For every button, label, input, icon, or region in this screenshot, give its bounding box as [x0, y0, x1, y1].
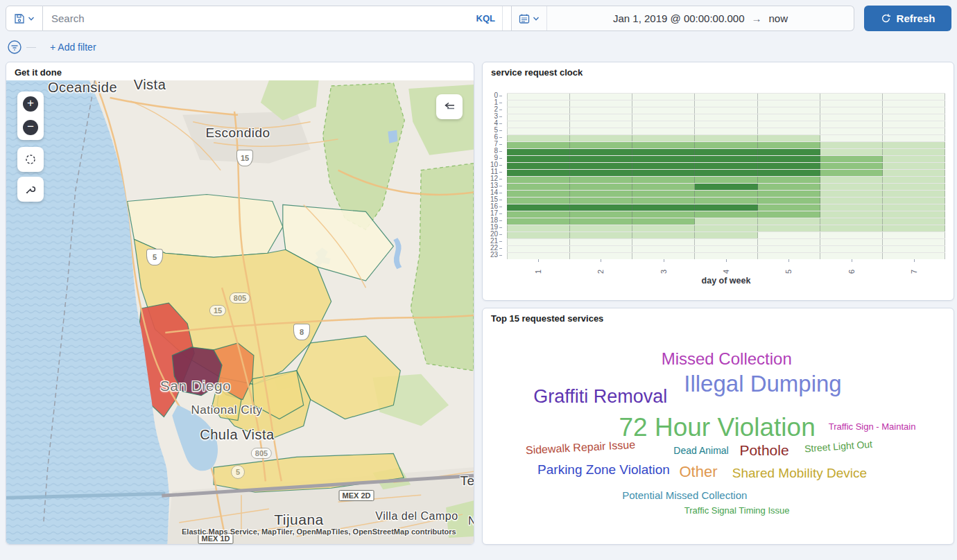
heatmap-cell-h3-d5[interactable]	[758, 114, 820, 121]
map-canvas[interactable]: OceansideVistaEscondidoSan DiegoNational…	[6, 80, 474, 544]
heatmap-cell-h12-d7[interactable]	[883, 177, 945, 183]
heatmap-cell-h3-d2[interactable]	[570, 114, 632, 121]
heatmap-cell-h7-d2[interactable]	[570, 142, 632, 148]
heatmap-cell-h2-d1[interactable]	[507, 107, 570, 114]
heatmap-cell-h22-d5[interactable]	[758, 246, 820, 252]
heatmap-cell-h23-d6[interactable]	[820, 253, 883, 259]
heatmap-cell-h12-d4[interactable]	[695, 177, 757, 183]
heatmap-cell-h10-d2[interactable]	[570, 163, 632, 169]
heatmap-cell-h13-d4[interactable]	[695, 184, 757, 190]
heatmap-cell-h4-d2[interactable]	[570, 121, 632, 128]
heatmap-cell-h23-d3[interactable]	[632, 253, 695, 259]
heatmap-cell-h22-d3[interactable]	[632, 246, 695, 252]
heatmap-cell-h3-d4[interactable]	[695, 114, 757, 121]
draw-tools-button[interactable]	[17, 177, 44, 202]
heatmap-cell-h14-d2[interactable]	[570, 191, 632, 197]
heatmap-cell-h0-d3[interactable]	[632, 94, 695, 100]
heatmap-cell-h23-d2[interactable]	[570, 253, 632, 259]
zoom-in-button[interactable]: +	[23, 96, 38, 112]
heatmap-cell-h22-d4[interactable]	[695, 246, 757, 252]
heatmap-cell-h4-d3[interactable]	[632, 121, 695, 128]
date-range-end[interactable]: now	[769, 12, 788, 24]
heatmap-cell-h2-d2[interactable]	[570, 107, 632, 114]
heatmap-cell-h12-d3[interactable]	[632, 177, 695, 183]
heatmap-cell-h23-d4[interactable]	[695, 253, 757, 259]
heatmap-cell-h2-d4[interactable]	[695, 107, 757, 114]
heatmap-cell-h7-d7[interactable]	[883, 142, 945, 148]
heatmap-cell-h19-d1[interactable]	[507, 225, 570, 231]
heatmap-cell-h2-d5[interactable]	[758, 107, 820, 114]
heatmap-cell-h6-d5[interactable]	[758, 135, 820, 141]
heatmap-cell-h1-d6[interactable]	[820, 100, 883, 107]
heatmap-cell-h21-d4[interactable]	[695, 239, 757, 245]
heatmap-cell-h12-d2[interactable]	[570, 177, 632, 183]
heatmap-cell-h14-d7[interactable]	[883, 191, 945, 197]
heatmap-cell-h9-d6[interactable]	[820, 156, 883, 162]
heatmap-cell-h21-d6[interactable]	[820, 239, 883, 245]
heatmap-cell-h18-d1[interactable]	[507, 218, 570, 225]
heatmap-cell-h17-d2[interactable]	[570, 211, 632, 218]
heatmap-cell-h6-d3[interactable]	[632, 135, 695, 141]
heatmap-cell-h8-d1[interactable]	[507, 149, 570, 155]
heatmap-cell-h0-d2[interactable]	[570, 94, 632, 100]
heatmap-cell-h14-d4[interactable]	[695, 191, 757, 197]
heatmap-cell-h10-d6[interactable]	[820, 163, 883, 169]
heatmap-cell-h12-d6[interactable]	[820, 177, 883, 183]
heatmap-cell-h2-d3[interactable]	[632, 107, 695, 114]
heatmap-cell-h14-d1[interactable]	[507, 191, 570, 197]
heatmap-cell-h14-d3[interactable]	[632, 191, 695, 197]
search-input[interactable]: Search KQL	[43, 6, 512, 31]
heatmap-cell-h8-d4[interactable]	[695, 149, 757, 155]
heatmap-cell-h19-d5[interactable]	[758, 225, 820, 231]
heatmap-cell-h20-d6[interactable]	[820, 232, 883, 238]
fit-to-bounds-button[interactable]	[17, 147, 44, 172]
heatmap-cell-h4-d4[interactable]	[695, 121, 757, 128]
heatmap-cell-h5-d3[interactable]	[632, 128, 695, 134]
heatmap-cell-h3-d3[interactable]	[632, 114, 695, 121]
heatmap-cell-h21-d5[interactable]	[758, 239, 820, 245]
heatmap-cell-h16-d6[interactable]	[820, 204, 883, 211]
heatmap-cell-h7-d5[interactable]	[758, 142, 820, 148]
heatmap-cell-h8-d5[interactable]	[758, 149, 820, 155]
tag-word[interactable]: Sidewalk Repair Issue	[525, 439, 635, 457]
heatmap-cell-h16-d3[interactable]	[632, 204, 695, 211]
heatmap-cell-h9-d1[interactable]	[507, 156, 570, 162]
heatmap-cell-h22-d1[interactable]	[507, 246, 570, 252]
heatmap-cell-h20-d5[interactable]	[758, 232, 820, 238]
heatmap-cell-h5-d6[interactable]	[820, 128, 883, 134]
heatmap-cell-h16-d5[interactable]	[758, 204, 820, 211]
heatmap-cell-h4-d5[interactable]	[758, 121, 820, 128]
tag-word[interactable]: Missed Collection	[662, 349, 792, 369]
heatmap-cell-h19-d3[interactable]	[632, 225, 695, 231]
heatmap-cell-h10-d4[interactable]	[695, 163, 757, 169]
heatmap-cell-h11-d3[interactable]	[632, 170, 695, 176]
heatmap-cell-h17-d1[interactable]	[507, 211, 570, 218]
heatmap-cell-h23-d5[interactable]	[758, 253, 820, 259]
heatmap-cell-h4-d7[interactable]	[883, 121, 945, 128]
heatmap-cell-h23-d1[interactable]	[507, 253, 570, 259]
add-filter-button[interactable]: + Add filter	[50, 42, 96, 53]
heatmap-cell-h5-d4[interactable]	[695, 128, 757, 134]
tag-word[interactable]: Parking Zone Violation	[537, 462, 670, 478]
heatmap-cell-h20-d7[interactable]	[883, 232, 945, 238]
heatmap-cell-h17-d6[interactable]	[820, 211, 883, 218]
heatmap-cell-h13-d1[interactable]	[507, 184, 570, 190]
heatmap-cell-h10-d3[interactable]	[632, 163, 695, 169]
heatmap-cell-h18-d7[interactable]	[883, 218, 945, 225]
heatmap-cell-h2-d6[interactable]	[820, 107, 883, 114]
heatmap-cell-h15-d5[interactable]	[758, 198, 820, 204]
heatmap-cell-h0-d6[interactable]	[820, 94, 883, 100]
tag-word[interactable]: Pothole	[739, 442, 788, 459]
heatmap-cell-h22-d7[interactable]	[883, 246, 945, 252]
heatmap-cell-h13-d6[interactable]	[820, 184, 883, 190]
heatmap-cell-h4-d1[interactable]	[507, 121, 570, 128]
heatmap-cell-h9-d5[interactable]	[758, 156, 820, 162]
heatmap-cell-h15-d1[interactable]	[507, 198, 570, 204]
date-range-start[interactable]: Jan 1, 2019 @ 00:00:00.000	[613, 12, 745, 24]
tag-word[interactable]: Illegal Dumping	[684, 371, 841, 397]
heatmap-cell-h7-d3[interactable]	[632, 142, 695, 148]
heatmap-cell-h7-d1[interactable]	[507, 142, 570, 148]
tag-word[interactable]: Shared Mobility Device	[732, 466, 867, 481]
filter-icon[interactable]	[7, 40, 22, 55]
heatmap-cell-h8-d7[interactable]	[883, 149, 945, 155]
